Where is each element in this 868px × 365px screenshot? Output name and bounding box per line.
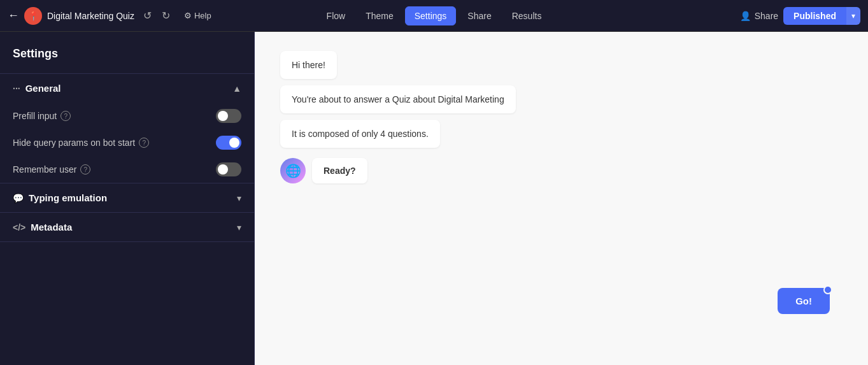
hide-query-label: Hide query params on bot start [13,138,135,148]
chat-message-3-row: It is composed of only 4 questions. [280,120,843,148]
metadata-chevron: ▾ [237,222,241,233]
general-icon: ··· [13,83,20,94]
section-metadata-header[interactable]: </> Metadata ▾ [0,213,254,241]
share-label: Share [755,11,778,21]
chat-bubble-1: Hi there! [280,51,337,79]
section-typing-emulation: 💬 Typing emulation ▾ [0,183,254,213]
metadata-icon: </> [13,222,25,233]
go-button[interactable]: Go! [778,288,830,314]
chat-area: Hi there! You're about to answer a Quiz … [255,32,868,203]
tab-settings[interactable]: Settings [405,6,457,25]
section-typing-header-left: 💬 Typing emulation [13,192,107,203]
undo-button[interactable]: ↺ [139,7,155,24]
bot-avatar: 🌐 [280,158,306,183]
hide-query-slider [216,136,241,150]
tab-results[interactable]: Results [503,7,551,25]
tab-flow[interactable]: Flow [318,7,355,25]
topbar-right: 👤 Share Published ▾ [550,7,860,25]
remember-user-toggle[interactable] [216,162,241,176]
section-general: ··· General ▲ Prefill input ? [0,74,254,183]
dot-indicator [826,285,832,292]
prefill-toggle[interactable] [216,109,241,123]
chat-bubble-3: It is composed of only 4 questions. [280,120,440,148]
setting-hide-query: Hide query params on bot start ? [0,129,254,156]
published-group: Published ▾ [783,7,860,25]
help-label: Help [194,11,211,20]
general-chevron: ▲ [232,83,241,94]
remember-user-help-icon[interactable]: ? [80,164,90,175]
typing-icon: 💬 [13,193,24,203]
chat-bubble-2: You're about to answer a Quiz about Digi… [280,85,516,113]
topbar-left: ← 📍 Digital Marketing Quiz ↺ ↻ ⚙ Help [8,7,318,25]
setting-prefill-input: Prefill input ? [0,103,254,129]
prefill-help-icon[interactable]: ? [60,111,71,121]
bot-ready-bubble: Ready? [312,158,367,183]
hide-query-help-icon[interactable]: ? [139,138,149,148]
prefill-label: Prefill input [13,111,57,121]
help-button[interactable]: ⚙ Help [179,8,217,23]
hide-query-toggle[interactable] [216,136,241,150]
chat-message-1-row: Hi there! [280,51,843,79]
undo-redo-group: ↺ ↻ [139,7,174,24]
go-button-label: Go! [795,296,812,306]
hide-query-label-group: Hide query params on bot start ? [13,138,149,148]
section-typing-header[interactable]: 💬 Typing emulation ▾ [0,183,254,212]
prefill-slider [216,109,241,123]
tab-share[interactable]: Share [459,7,500,25]
general-items: Prefill input ? Hide query params on bot… [0,103,254,183]
main-layout: Settings ··· General ▲ Prefill input ? [0,32,868,365]
help-icon: ⚙ [184,11,192,20]
section-general-header-left: ··· General [13,83,61,94]
app-icon: 📍 [24,7,42,25]
published-dropdown-button[interactable]: ▾ [846,7,860,25]
content-area: Hi there! You're about to answer a Quiz … [255,32,868,365]
go-button-container: Go! [778,288,830,314]
share-user-icon: 👤 [740,11,751,21]
published-button[interactable]: Published [783,7,846,25]
remember-user-label: Remember user [13,164,76,175]
redo-button[interactable]: ↻ [158,7,174,24]
back-icon: ← [8,9,19,22]
prefill-label-group: Prefill input ? [13,111,71,121]
sidebar: Settings ··· General ▲ Prefill input ? [0,32,255,365]
section-metadata-header-left: </> Metadata [13,222,72,233]
share-button[interactable]: 👤 Share [740,11,778,21]
bot-ready-row: 🌐 Ready? [280,158,843,183]
typing-chevron: ▾ [237,193,241,203]
back-button[interactable]: ← [8,9,19,22]
topbar: ← 📍 Digital Marketing Quiz ↺ ↻ ⚙ Help Fl… [0,0,868,32]
section-metadata: </> Metadata ▾ [0,213,254,242]
sidebar-title: Settings [0,32,254,74]
project-title: Digital Marketing Quiz [47,11,134,21]
chat-message-2-row: You're about to answer a Quiz about Digi… [280,85,843,113]
topbar-center: Flow Theme Settings Share Results [318,6,551,25]
section-general-label: General [25,83,61,94]
section-metadata-label: Metadata [31,222,72,233]
section-general-header[interactable]: ··· General ▲ [0,74,254,103]
section-typing-label: Typing emulation [29,192,107,203]
remember-user-label-group: Remember user ? [13,164,90,175]
tab-theme[interactable]: Theme [357,7,402,25]
remember-user-slider [216,162,241,176]
setting-remember-user: Remember user ? [0,156,254,183]
